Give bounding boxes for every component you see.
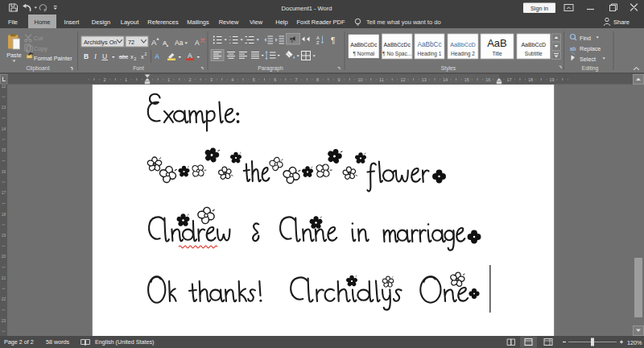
svg-text:AaBbCcDc: AaBbCcDc	[384, 42, 411, 48]
svg-text:5: 5	[253, 77, 255, 82]
svg-text:Insert: Insert	[64, 19, 80, 26]
svg-text:Foxit Reader PDF: Foxit Reader PDF	[296, 19, 345, 26]
svg-text:1: 1	[167, 77, 170, 82]
svg-text:References: References	[147, 19, 179, 26]
svg-text:1: 1	[125, 77, 127, 82]
svg-text:8: 8	[316, 77, 319, 82]
svg-text:x: x	[141, 53, 144, 60]
svg-text:18: 18	[2, 213, 6, 217]
svg-text:Font: Font	[133, 65, 144, 71]
svg-text:18: 18	[528, 77, 533, 82]
svg-text:13: 13	[422, 77, 427, 82]
svg-text:2: 2	[188, 77, 191, 82]
svg-text:x: x	[130, 53, 134, 60]
svg-text:13: 13	[2, 106, 6, 110]
svg-text:Clipboard: Clipboard	[26, 65, 49, 72]
svg-text:16: 16	[2, 170, 6, 174]
svg-text:¶: ¶	[331, 36, 335, 45]
svg-text:Page 2 of 2: Page 2 of 2	[4, 338, 34, 346]
svg-text:Heading 1: Heading 1	[417, 51, 441, 57]
svg-text:15: 15	[2, 148, 6, 152]
svg-text:72: 72	[128, 39, 134, 46]
svg-text:9: 9	[338, 77, 341, 82]
svg-text:14: 14	[2, 127, 6, 131]
svg-text:Share: Share	[613, 19, 630, 26]
svg-text:Mailings: Mailings	[187, 19, 209, 26]
svg-text:19: 19	[2, 234, 6, 238]
svg-text:10: 10	[358, 77, 363, 82]
svg-text:4: 4	[231, 77, 233, 82]
svg-text:A: A	[151, 38, 157, 47]
svg-text:23: 23	[2, 319, 6, 323]
svg-text:Archidlys On: Archidlys On	[84, 39, 117, 46]
svg-text:¶: ¶	[290, 36, 293, 44]
svg-text:21: 21	[2, 276, 6, 280]
svg-text:120%: 120%	[627, 339, 642, 346]
svg-text:Copy: Copy	[34, 45, 47, 52]
svg-text:2: 2	[134, 56, 137, 61]
svg-text:12: 12	[400, 77, 405, 82]
svg-text:B: B	[84, 52, 89, 60]
svg-text:20: 20	[2, 255, 6, 259]
svg-text:AaBbCcD: AaBbCcD	[450, 41, 476, 48]
svg-text:2: 2	[104, 77, 106, 82]
svg-text:16: 16	[485, 77, 490, 82]
svg-text:17: 17	[507, 77, 512, 82]
svg-text:¶ No Spac...: ¶ No Spac...	[382, 51, 411, 57]
svg-text:Aa: Aa	[175, 39, 184, 47]
svg-text:Heading 2: Heading 2	[451, 51, 475, 57]
svg-text:Paragraph: Paragraph	[258, 65, 283, 72]
svg-text:6: 6	[274, 77, 276, 82]
svg-text:Find: Find	[580, 35, 591, 42]
svg-text:58 words: 58 words	[46, 338, 70, 346]
svg-text:17: 17	[2, 191, 6, 195]
svg-text:A: A	[155, 52, 159, 60]
svg-text:7: 7	[295, 77, 298, 82]
svg-text:2: 2	[145, 52, 147, 56]
svg-text:Sign in: Sign in	[530, 5, 548, 12]
svg-text:3: 3	[210, 77, 213, 82]
svg-text:A: A	[163, 39, 167, 47]
svg-text:Cut: Cut	[34, 35, 43, 42]
svg-text:¶ Normal: ¶ Normal	[353, 51, 374, 56]
svg-text:Select: Select	[580, 56, 596, 63]
svg-text:Tell me what you want to do: Tell me what you want to do	[366, 19, 441, 26]
svg-text:Subtitle: Subtitle	[525, 51, 543, 56]
svg-text:Replace: Replace	[580, 45, 601, 52]
svg-text:Review: Review	[219, 19, 239, 26]
svg-text:View: View	[250, 19, 263, 26]
svg-text:12: 12	[2, 85, 6, 89]
svg-text:Layout: Layout	[121, 19, 139, 26]
svg-text:Home: Home	[34, 19, 50, 26]
svg-text:AaB: AaB	[487, 37, 507, 49]
svg-text:File: File	[8, 19, 18, 26]
svg-text:ab: ab	[570, 46, 576, 52]
svg-text:Title: Title	[492, 51, 502, 56]
svg-text:22: 22	[2, 297, 6, 301]
svg-text:AaBbCс: AaBbCс	[417, 41, 441, 48]
svg-text:15: 15	[464, 77, 469, 82]
svg-text:Design: Design	[92, 19, 110, 26]
svg-text:Paste: Paste	[6, 52, 21, 59]
svg-text:AaBbCcDc: AaBbCcDc	[350, 42, 378, 48]
svg-text:AaBbCcD: AaBbCcD	[521, 42, 546, 48]
svg-text:Styles: Styles	[441, 65, 456, 72]
svg-text:14: 14	[443, 77, 448, 82]
svg-text:Help: Help	[275, 19, 287, 26]
svg-text:A: A	[195, 39, 200, 47]
svg-text:English (United States): English (United States)	[95, 338, 155, 346]
svg-text:Document1 - Word: Document1 - Word	[282, 5, 332, 12]
svg-text:Format Painter: Format Painter	[34, 55, 72, 62]
svg-text:Editing: Editing	[582, 65, 599, 72]
svg-text:U: U	[102, 52, 107, 60]
svg-text:11: 11	[379, 77, 384, 82]
svg-text:19: 19	[550, 77, 555, 82]
